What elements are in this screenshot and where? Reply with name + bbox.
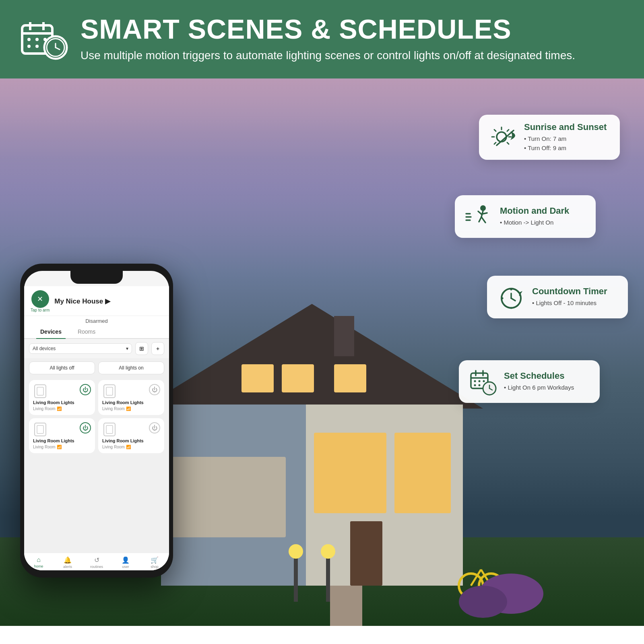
action-row: All lights off All lights on [24,358,169,377]
card-motion-dark: Motion and Dark Motion -> Light On [455,195,596,238]
user-icon: 👤 [122,556,130,564]
header-icon [20,17,68,62]
device-card-2: ⏻ Living Room Lights Living Room 📶 [98,380,164,415]
countdown-title: Countdown Timer [532,286,607,297]
wifi-icon-3: 📶 [57,445,62,449]
device-name-1: Living Room Lights [33,400,91,405]
scene-area: ✕ Tap to arm My Nice House ▶ Disarmed De… [0,78,644,626]
nav-alerts[interactable]: 🔔 alerts [53,556,82,569]
chevron-down-icon: ▾ [126,346,128,351]
countdown-bullet-1: Lights Off - 10 minutes [532,299,607,308]
shop-icon: 🛒 [151,556,159,564]
svg-point-80 [479,384,481,386]
svg-point-70 [502,297,504,299]
countdown-details: Lights Off - 10 minutes [532,299,607,308]
app-content: ✕ Tap to arm My Nice House ▶ Disarmed De… [24,286,169,570]
all-lights-off-button[interactable]: All lights off [29,361,95,374]
schedule-icon [469,367,497,396]
page-description: Use multiple motion triggers to automate… [80,47,575,63]
device-card-4: ⏻ Living Room Lights Living Room 📶 [98,418,164,453]
light-switch-icon-1 [33,384,47,398]
svg-point-30 [289,544,303,559]
svg-line-53 [494,142,496,144]
svg-marker-14 [141,304,483,409]
device-icon-row-3: ⏻ [33,422,91,437]
power-on-button-1[interactable]: ⏻ [80,384,91,395]
motion-bullet-1: Motion -> Light On [500,218,569,227]
device-room-4: Living Room 📶 [102,445,160,449]
wifi-icon-1: 📶 [57,407,62,411]
schedule-title: Set Schedules [504,371,574,381]
device-icon-row-4: ⏻ [102,422,160,437]
svg-point-69 [519,294,521,296]
svg-rect-38 [35,385,46,398]
power-on-button-3[interactable]: ⏻ [80,422,91,433]
nav-home[interactable]: ⌂ home [24,556,53,569]
svg-line-51 [494,130,496,131]
status-text: Disarmed [24,316,169,325]
svg-point-79 [474,384,476,386]
svg-rect-24 [165,457,286,537]
nav-shop[interactable]: 🛒 shop [140,556,169,569]
svg-rect-28 [294,553,298,602]
svg-point-31 [321,544,335,559]
svg-rect-43 [37,425,43,433]
shield-icon[interactable]: ✕ [31,290,49,308]
motion-dark-text: Motion and Dark Motion -> Light On [500,206,569,227]
app-tabs: Devices Rooms [24,325,169,339]
tab-devices[interactable]: Devices [36,325,66,339]
device-card-3: ⏻ Living Room Lights Living Room 📶 [29,418,95,453]
svg-rect-23 [350,521,382,586]
svg-rect-29 [326,553,330,602]
power-off-button-2[interactable]: ⏻ [149,384,160,395]
schedule-bullet-1: Light On 6 pm Workdays [504,383,574,392]
device-filter-select[interactable]: All devices ▾ [29,343,132,354]
sunrise-bullet-2: Turn Off: 9 am [524,144,607,153]
card-set-schedules: Set Schedules Light On 6 pm Workdays [459,360,600,403]
nav-shop-label: shop [151,565,159,569]
svg-rect-25 [330,586,362,626]
device-room-1: Living Room 📶 [33,407,91,411]
svg-rect-44 [104,423,115,436]
bell-icon: 🔔 [64,556,72,564]
nav-user[interactable]: 👤 user [111,556,140,569]
device-name-3: Living Room Lights [33,438,91,443]
device-card-1: ⏻ Living Room Lights Living Room 📶 [29,380,95,415]
page-title: SMART SCENES & SCHEDULES [80,15,575,43]
svg-point-78 [483,380,485,382]
grid-icon-button[interactable]: ⊞ [135,342,148,355]
svg-point-76 [474,380,476,382]
routines-icon: ↺ [94,556,99,564]
countdown-text: Countdown Timer Lights Off - 10 minutes [532,286,607,308]
svg-rect-15 [334,316,354,356]
svg-point-4 [27,38,31,41]
svg-line-60 [479,217,481,222]
all-lights-on-button[interactable]: All lights on [98,361,164,374]
house-name[interactable]: My Nice House ▶ [54,297,110,305]
light-switch-icon-4 [102,422,117,437]
svg-point-5 [35,38,39,41]
sunrise-sunset-icon [489,123,517,151]
power-off-button-4[interactable]: ⏻ [149,422,160,433]
nav-routines[interactable]: ↺ routines [82,556,111,569]
app-header: ✕ Tap to arm My Nice House ▶ [24,286,169,316]
wifi-icon-4: 📶 [126,445,131,449]
svg-point-71 [510,307,512,309]
svg-rect-41 [106,387,113,395]
nav-alerts-label: alerts [63,565,72,569]
svg-rect-21 [314,433,386,513]
phone-mockup: ✕ Tap to arm My Nice House ▶ Disarmed De… [12,264,181,594]
svg-point-68 [510,289,512,291]
header-text: SMART SCENES & SCHEDULES Use multiple mo… [80,15,575,63]
device-room-3: Living Room 📶 [33,445,91,449]
schedule-text: Set Schedules Light On 6 pm Workdays [504,371,574,392]
schedule-details: Light On 6 pm Workdays [504,383,574,392]
app-bottom-nav: ⌂ home 🔔 alerts ↺ routines 👤 [24,553,169,570]
motion-dark-title: Motion and Dark [500,206,569,216]
card-countdown-timer: Countdown Timer Lights Off - 10 minutes [487,276,628,318]
nav-user-label: user [122,565,129,569]
tab-rooms[interactable]: Rooms [74,325,99,338]
add-device-button[interactable]: + [151,342,164,355]
svg-rect-17 [282,364,314,392]
sunrise-sunset-title: Sunrise and Sunset [524,122,607,132]
